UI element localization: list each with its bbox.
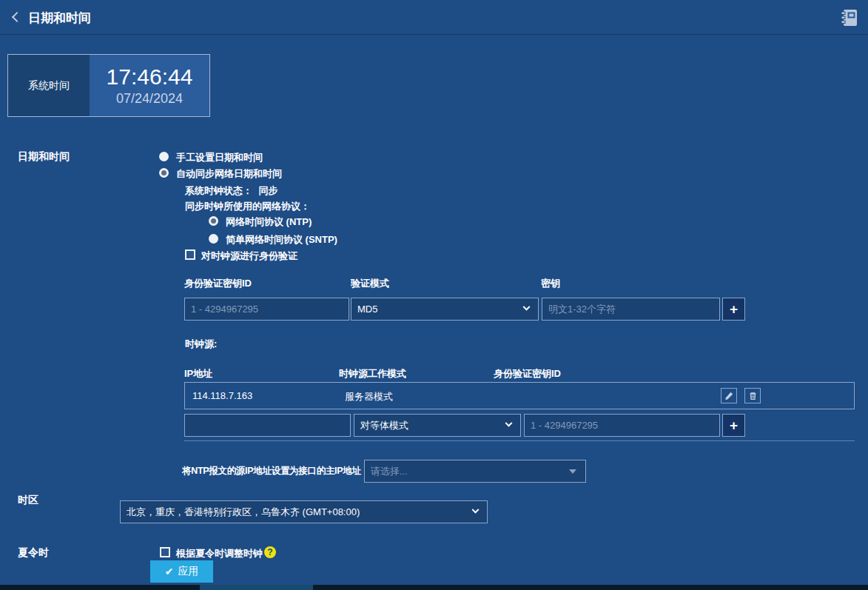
timezone-selected-value: 北京，重庆，香港特别行政区，乌鲁木齐 (GMT+08:00) <box>127 506 360 519</box>
radio-manual-set[interactable] <box>159 152 169 161</box>
cs-key-id-column-header: 身份验证密钥ID <box>494 367 561 381</box>
radio-ntp-label: 网络时间协议 (NTP) <box>226 215 312 229</box>
clock-status-value: 同步 <box>258 185 277 196</box>
auth-mode-select[interactable]: MD5 <box>351 298 539 321</box>
radio-sntp[interactable] <box>209 234 218 244</box>
ntp-source-row: 将NTP报文的源IP地址设置为接口的主IP地址 请选择... <box>182 460 586 483</box>
apply-button-label: 应用 <box>178 565 198 578</box>
radio-auto-sync[interactable] <box>159 168 169 178</box>
auth-mode-selected-value: MD5 <box>357 304 377 315</box>
clock-source-table-row: 114.118.7.163 服务器模式 <box>184 382 855 409</box>
auth-key-id-column-header: 身份验证密钥ID <box>184 277 252 290</box>
dst-checkbox-label: 根据夏令时调整时钟 <box>176 547 263 560</box>
timezone-section-label: 时区 <box>18 494 38 507</box>
cs-row-ip-value: 114.118.7.163 <box>192 390 252 401</box>
triangle-down-icon <box>569 469 576 474</box>
cs-new-mode-selected-value: 对等体模式 <box>360 419 408 432</box>
chevron-down-icon <box>523 304 531 311</box>
clock-source-label: 时钟源: <box>185 338 217 351</box>
chevron-down-icon <box>505 420 513 427</box>
ntp-source-interface-select[interactable]: 请选择... <box>364 460 586 483</box>
auth-key-input[interactable] <box>542 298 720 321</box>
system-time-label: 系统时间 <box>8 55 90 116</box>
check-icon: ✔ <box>165 566 174 577</box>
back-chevron-icon[interactable] <box>12 12 22 22</box>
ntp-source-placeholder: 请选择... <box>371 465 408 478</box>
radio-ntp[interactable] <box>209 216 218 226</box>
page-header: 日期和时间 <box>0 0 868 35</box>
edit-row-button[interactable] <box>721 388 737 403</box>
log-notebook-icon[interactable] <box>839 8 858 27</box>
system-time-value: 17:46:44 <box>107 64 193 90</box>
auth-key-column-header: 密钥 <box>541 277 560 290</box>
clock-status-row: 系统时钟状态： 同步 <box>185 184 277 198</box>
clock-status-label: 系统时钟状态： <box>185 185 252 196</box>
pencil-icon <box>724 391 734 400</box>
cs-mode-column-header: 时钟源工作模式 <box>339 367 406 381</box>
page-title: 日期和时间 <box>28 10 91 27</box>
system-time-display: 17:46:44 07/24/2024 <box>90 55 209 116</box>
add-clock-source-button[interactable]: + <box>722 414 745 437</box>
add-auth-key-button[interactable]: + <box>722 298 745 321</box>
timezone-select[interactable]: 北京，重庆，香港特别行政区，乌鲁木齐 (GMT+08:00) <box>120 500 488 523</box>
apply-button[interactable]: ✔ 应用 <box>150 560 213 583</box>
radio-auto-sync-label: 自动同步网络日期和时间 <box>176 167 282 181</box>
cs-ip-column-header: IP地址 <box>184 367 212 381</box>
delete-row-button[interactable] <box>744 388 761 403</box>
auth-key-id-input[interactable] <box>184 298 349 321</box>
radio-manual-set-label: 手工设置日期和时间 <box>176 151 263 164</box>
horizontal-scrollbar-track[interactable] <box>0 585 868 590</box>
protocol-label: 同步时钟所使用的网络协议： <box>185 200 310 213</box>
cs-new-key-id-input[interactable] <box>524 414 720 437</box>
date-time-settings-page: 日期和时间 系统时间 17:46:44 07/24/2024 日期和时间 手工设… <box>0 0 868 590</box>
auth-source-checkbox[interactable] <box>185 249 195 260</box>
cs-new-mode-select[interactable]: 对等体模式 <box>354 414 521 437</box>
cs-row-mode-value: 服务器模式 <box>345 390 393 403</box>
system-date-value: 07/24/2024 <box>116 90 183 107</box>
help-icon[interactable]: ? <box>264 546 276 558</box>
ntp-source-label: 将NTP报文的源IP地址设置为接口的主IP地址 <box>182 465 361 477</box>
table-bottom-divider <box>184 440 855 441</box>
dst-section-label: 夏令时 <box>18 546 49 560</box>
chevron-down-icon <box>472 506 480 514</box>
datetime-section-label: 日期和时间 <box>18 150 70 164</box>
auth-mode-column-header: 验证模式 <box>351 277 389 290</box>
dst-checkbox[interactable] <box>160 547 170 557</box>
horizontal-scrollbar-thumb[interactable] <box>200 585 313 590</box>
radio-sntp-label: 简单网络时间协议 (SNTP) <box>226 233 337 247</box>
system-time-card: 系统时间 17:46:44 07/24/2024 <box>7 54 210 117</box>
auth-source-checkbox-label: 对时钟源进行身份验证 <box>201 249 297 263</box>
cs-new-ip-input[interactable] <box>184 414 351 437</box>
trash-icon <box>748 391 758 400</box>
